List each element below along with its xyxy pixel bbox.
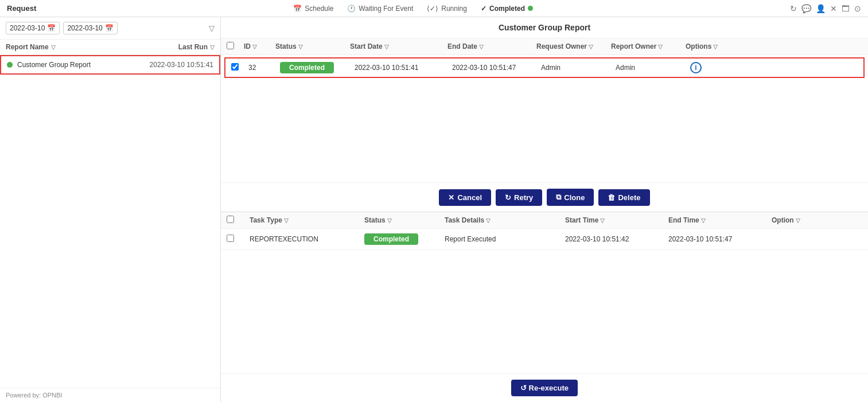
message-icon[interactable]: 💬: [801, 4, 811, 13]
th-options-label: Options: [686, 42, 711, 50]
nav-running[interactable]: ⟨✓⟩ Running: [427, 5, 467, 13]
left-panel: 2022-03-10 📅 2022-03-10 📅 ▽ Report Name …: [0, 17, 221, 402]
right-bottom-section: Task Type ▽ Status ▽ Task Details ▽ Star…: [221, 212, 868, 402]
sort-status2-icon[interactable]: ▽: [387, 217, 392, 224]
sort-taskdetails-icon[interactable]: ▽: [486, 217, 491, 224]
sort-endtime-icon[interactable]: ▽: [701, 217, 706, 224]
retry-button[interactable]: ↻ Retry: [496, 189, 542, 206]
right-panel-title: Customer Group Report: [221, 17, 868, 38]
date-to-value: 2022-03-10: [67, 24, 102, 32]
retry-label: Retry: [514, 193, 533, 202]
th2-option: Option ▽: [772, 216, 862, 224]
nav-running-label: Running: [441, 5, 467, 13]
sort-repowner-icon[interactable]: ▽: [658, 44, 663, 50]
th-status-label: Status: [275, 42, 297, 50]
nav-schedule-label: Schedule: [305, 5, 333, 13]
row-start-date: 2022-03-10 10:51:41: [355, 64, 452, 72]
row-status: Completed: [280, 62, 355, 73]
sort-last-run-icon[interactable]: ▽: [210, 44, 215, 50]
sort-options-icon[interactable]: ▽: [713, 44, 718, 50]
reexecute-bar: ↺ Re-execute: [221, 373, 868, 402]
date-to-input[interactable]: 2022-03-10 📅: [63, 22, 117, 34]
sort-option2-icon[interactable]: ▽: [796, 217, 800, 224]
col-report-name: Report Name ▽: [6, 43, 123, 51]
left-panel-footer: Powered by: OPNBI: [0, 388, 220, 402]
bottom-table-header: Task Type ▽ Status ▽ Task Details ▽ Star…: [221, 212, 868, 229]
th-id-label: ID: [244, 42, 251, 50]
row-id: 32: [248, 64, 280, 72]
th2-taskdetails-label: Task Details: [445, 216, 484, 224]
th2-status-label: Status: [364, 216, 386, 224]
th2-start-time: Start Time ▽: [565, 216, 668, 224]
close-icon[interactable]: ✕: [830, 4, 837, 13]
nav-waiting-for-event[interactable]: 🕐 Waiting For Event: [347, 5, 413, 13]
cancel-icon: ✕: [448, 193, 454, 202]
nav-completed[interactable]: ✓ Completed: [481, 5, 533, 13]
calendar-icon-to: 📅: [105, 24, 114, 32]
nav-schedule[interactable]: 📅 Schedule: [293, 5, 333, 13]
row2-task-details: Report Executed: [445, 235, 565, 243]
left-panel-body: Customer Group Report 2022-03-10 10:51:4…: [0, 55, 220, 388]
refresh-icon[interactable]: ↻: [790, 4, 797, 13]
th-enddate-label: End Date: [447, 42, 477, 50]
info-icon[interactable]: i: [690, 62, 702, 73]
col-report-name-label: Report Name: [6, 43, 49, 51]
th2-checkbox: [227, 216, 250, 225]
sort-enddate-icon[interactable]: ▽: [479, 44, 484, 50]
row-options: i: [690, 62, 858, 73]
report-row[interactable]: Customer Group Report 2022-03-10 10:51:4…: [0, 55, 220, 75]
row2-checkbox[interactable]: [227, 235, 234, 242]
row2-status: Completed: [364, 233, 445, 245]
row-request-owner: Admin: [541, 64, 616, 72]
clone-button[interactable]: ⧉ Clone: [547, 189, 594, 206]
nav-waiting-label: Waiting For Event: [359, 5, 413, 13]
sort-reqowner-icon[interactable]: ▽: [589, 44, 593, 50]
delete-button[interactable]: 🗑 Delete: [598, 189, 649, 206]
th-request-owner: Request Owner ▽: [536, 42, 611, 50]
report-name: Customer Group Report: [17, 61, 122, 69]
sort-starttime-icon[interactable]: ▽: [600, 217, 605, 224]
col-last-run: Last Run ▽: [123, 43, 215, 51]
completed-dot: [528, 6, 533, 11]
user-icon[interactable]: 👤: [816, 4, 826, 13]
sort-startdate-icon[interactable]: ▽: [384, 44, 389, 50]
delete-label: Delete: [618, 193, 640, 202]
th-status: Status ▽: [275, 42, 350, 50]
th2-end-time: End Time ▽: [668, 216, 772, 224]
row2-checkbox-cell: [227, 235, 250, 244]
nav-completed-label: Completed: [489, 5, 525, 13]
top-bar: Request 📅 Schedule 🕐 Waiting For Event ⟨…: [0, 0, 868, 17]
sort-tasktype-icon[interactable]: ▽: [284, 217, 289, 224]
sort-report-name-icon[interactable]: ▽: [51, 44, 56, 50]
clone-icon: ⧉: [556, 193, 561, 202]
th-id: ID ▽: [244, 42, 275, 50]
running-icon: ⟨✓⟩: [427, 5, 438, 13]
sort-id-icon[interactable]: ▽: [252, 44, 257, 50]
sort-status-icon[interactable]: ▽: [298, 44, 303, 50]
th-report-owner: Report Owner ▽: [611, 42, 686, 50]
bottom-table-row[interactable]: REPORTEXECUTION Completed Report Execute…: [221, 229, 868, 250]
window-icon[interactable]: 🗔: [842, 4, 850, 13]
main-content: 2022-03-10 📅 2022-03-10 📅 ▽ Report Name …: [0, 17, 868, 402]
th-startdate-label: Start Date: [350, 42, 383, 50]
select-all-checkbox[interactable]: [227, 42, 234, 49]
th-repowner-label: Report Owner: [611, 42, 656, 50]
reexecute-label: ↺ Re-execute: [520, 384, 569, 392]
calendar-icon-from: 📅: [47, 24, 56, 32]
th2-task-details: Task Details ▽: [445, 216, 565, 224]
date-from-input[interactable]: 2022-03-10 📅: [6, 22, 60, 34]
settings-icon[interactable]: ⊙: [854, 4, 861, 13]
row-report-owner: Admin: [616, 64, 690, 72]
row2-end-time: 2022-03-10 10:51:47: [668, 235, 772, 243]
bottom-select-all[interactable]: [227, 216, 234, 223]
filter-icon[interactable]: ▽: [209, 24, 215, 33]
row-checkbox[interactable]: [231, 63, 239, 71]
report-status-dot: [7, 62, 13, 68]
th2-tasktype-label: Task Type: [250, 216, 282, 224]
cancel-button[interactable]: ✕ Cancel: [439, 189, 491, 206]
top-table-header: ID ▽ Status ▽ Start Date ▽ End Date ▽: [221, 38, 868, 55]
top-table-row[interactable]: 32 Completed 2022-03-10 10:51:41 2022-03…: [224, 57, 865, 78]
reexecute-button[interactable]: ↺ Re-execute: [511, 380, 578, 396]
th2-status: Status ▽: [364, 216, 445, 224]
right-panel: Customer Group Report ID ▽ Status ▽: [221, 17, 868, 402]
